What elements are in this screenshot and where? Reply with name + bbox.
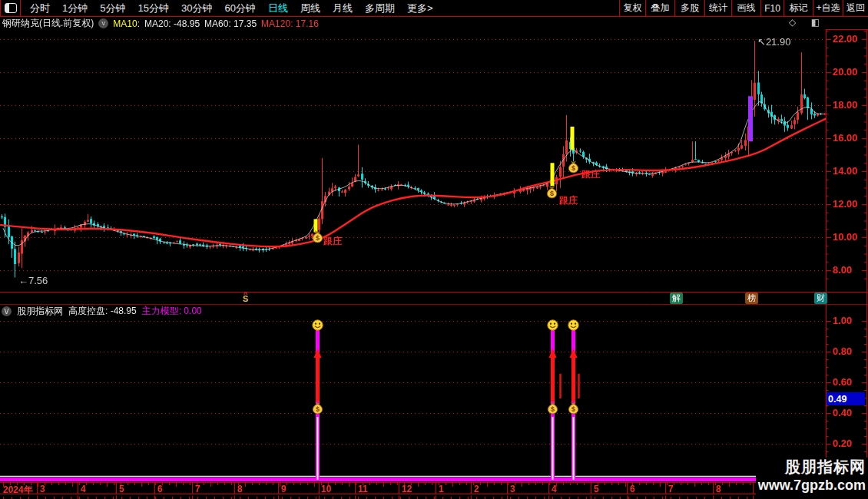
ma-label-1: MA20: -48.95 bbox=[144, 18, 200, 29]
indicator-axis-label: 0.40 bbox=[833, 407, 852, 418]
toolbar-action-4[interactable]: 画线 bbox=[731, 0, 760, 17]
price-axis-label: 22.00 bbox=[833, 33, 858, 45]
smiley-icon bbox=[547, 319, 558, 334]
x-axis-month-label: 11 bbox=[358, 484, 368, 494]
x-axis-month-label: 2024年 bbox=[3, 484, 33, 497]
indicator-axis-label: 0.80 bbox=[833, 345, 852, 357]
money-bag-icon: $ bbox=[567, 402, 580, 418]
period-tab-8[interactable]: 月线 bbox=[333, 2, 353, 15]
stock-title: 钢研纳克(日线.前复权) bbox=[2, 17, 94, 30]
price-annotation: ↖21.90 bbox=[757, 36, 790, 48]
svg-text:$: $ bbox=[550, 189, 554, 197]
svg-text:$: $ bbox=[571, 405, 575, 413]
period-tab-5[interactable]: 60分钟 bbox=[224, 2, 255, 15]
money-bag-icon: $ bbox=[567, 160, 580, 177]
toolbar-action-5[interactable]: F10 bbox=[760, 0, 784, 17]
indicator-source: 股朋指标网 bbox=[17, 305, 63, 318]
divider-badge-1[interactable]: 榜 bbox=[745, 292, 758, 304]
indicator-field-kongpan: 高度控盘: -48.95 bbox=[68, 305, 137, 318]
toolbar-action-6[interactable]: 标记 bbox=[784, 0, 813, 17]
x-axis-month-label: 12 bbox=[402, 484, 412, 494]
chevron-down-icon[interactable]: v bbox=[2, 306, 12, 316]
x-axis-month-label: 10 bbox=[321, 484, 331, 494]
period-tab-2[interactable]: 5分钟 bbox=[100, 2, 125, 15]
period-tab-6[interactable]: 日线 bbox=[268, 2, 288, 15]
x-axis-month-label: 2 bbox=[474, 484, 479, 494]
toolbar-action-8[interactable]: 返回 bbox=[843, 0, 868, 17]
price-axis-label: 10.00 bbox=[833, 231, 858, 243]
svg-text:$: $ bbox=[316, 234, 320, 242]
divider-badge-2[interactable]: 财 bbox=[814, 292, 827, 304]
indicator-axis-label: 0.20 bbox=[833, 438, 852, 449]
toolbar-action-7[interactable]: +自选 bbox=[813, 0, 843, 17]
x-axis-month-label: 6 bbox=[157, 484, 163, 494]
x-axis-month-label: 5 bbox=[119, 484, 124, 494]
period-tab-3[interactable]: 15分钟 bbox=[137, 2, 168, 15]
x-axis-month-label: 6 bbox=[630, 484, 635, 494]
period-tabs: 分时1分钟5分钟15分钟30分钟60分钟日线周线月线多周期更多> bbox=[21, 2, 619, 15]
genzhuang-label: 跟庄 bbox=[559, 194, 578, 207]
genzhuang-label: 跟庄 bbox=[323, 235, 342, 248]
indicator-axis-label: 0.60 bbox=[833, 376, 852, 388]
svg-text:$: $ bbox=[551, 405, 555, 413]
ma-label-0: MA10: bbox=[113, 18, 140, 29]
x-axis-month-label: 7 bbox=[195, 484, 200, 494]
panel-toggle-icon[interactable] bbox=[1, 0, 21, 16]
watermark-name: 股朋指标网 bbox=[756, 458, 866, 476]
x-axis-month-label: 9 bbox=[281, 484, 287, 494]
money-bag-icon: $ bbox=[311, 230, 324, 246]
indicator-axis-label: 1.00 bbox=[833, 315, 852, 326]
x-axis-month-label: 5 bbox=[594, 484, 599, 494]
price-axis-label: 20.00 bbox=[833, 66, 858, 78]
title-row: 钢研纳克(日线.前复权) v MA10:MA20: -48.95MA60: 17… bbox=[0, 17, 868, 29]
top-toolbar: 分时1分钟5分钟15分钟30分钟60分钟日线周线月线多周期更多> 复权叠加多股统… bbox=[0, 0, 868, 17]
watermark-url: www.7gpzb.com bbox=[756, 476, 866, 494]
title-right-icons[interactable]: ◇ ◧ bbox=[789, 17, 826, 28]
toolbar-action-2[interactable]: 多股 bbox=[674, 0, 704, 17]
x-axis-month-label: 3 bbox=[40, 484, 45, 494]
site-watermark: 股朋指标网 www.7gpzb.com bbox=[756, 458, 868, 499]
x-axis-month-label: 8 bbox=[237, 484, 243, 494]
chevron-down-icon[interactable]: v bbox=[98, 18, 108, 28]
current-value-label: 0.49 bbox=[827, 394, 846, 405]
x-axis-month-label: 8 bbox=[716, 484, 721, 494]
chart-canvas[interactable] bbox=[0, 0, 868, 499]
svg-text:$: $ bbox=[571, 164, 575, 171]
period-tab-9[interactable]: 多周期 bbox=[365, 2, 395, 15]
ma-label-3: MA120: 17.16 bbox=[261, 18, 319, 29]
toolbar-action-0[interactable]: 复权 bbox=[619, 0, 645, 17]
period-tab-10[interactable]: 更多> bbox=[407, 2, 433, 15]
smiley-icon bbox=[312, 319, 323, 334]
current-value-box: 0.49 bbox=[827, 392, 865, 405]
price-axis-label: 14.00 bbox=[833, 165, 858, 177]
event-marker-symbol[interactable]: S bbox=[243, 294, 248, 303]
svg-text:$: $ bbox=[316, 405, 320, 413]
ma-values: MA10:MA20: -48.95MA60: 17.35MA120: 17.16 bbox=[113, 16, 323, 30]
money-bag-icon: $ bbox=[546, 402, 559, 418]
ma-label-2: MA60: 17.35 bbox=[204, 18, 257, 29]
x-axis-month-label: 4 bbox=[81, 484, 86, 494]
x-axis-month-label: 7 bbox=[668, 484, 674, 494]
price-axis-label: 8.00 bbox=[833, 264, 852, 276]
toolbar-action-3[interactable]: 统计 bbox=[704, 0, 731, 17]
toolbar-actions: 复权叠加多股统计画线F10标记+自选返回 bbox=[619, 0, 868, 17]
price-axis-label: 16.00 bbox=[833, 132, 858, 144]
x-axis-month-label: 1 bbox=[439, 484, 444, 494]
period-tab-1[interactable]: 1分钟 bbox=[62, 2, 88, 15]
x-axis-month-label: 4 bbox=[552, 484, 557, 494]
money-bag-icon: $ bbox=[545, 186, 558, 202]
toolbar-action-1[interactable]: 叠加 bbox=[645, 0, 674, 17]
price-axis-label: 18.00 bbox=[833, 99, 858, 111]
x-axis-month-label: 3 bbox=[510, 484, 515, 494]
price-axis-label: 12.00 bbox=[833, 198, 858, 210]
divider-badge-0[interactable]: 解 bbox=[670, 292, 683, 304]
period-tab-4[interactable]: 30分钟 bbox=[181, 2, 212, 15]
smiley-icon bbox=[568, 319, 579, 334]
period-tab-0[interactable]: 分时 bbox=[30, 2, 50, 15]
genzhuang-label: 跟庄 bbox=[581, 168, 600, 181]
price-annotation: ←7.56 bbox=[18, 275, 48, 286]
indicator-header: v 股朋指标网 高度控盘: -48.95 主力模型: 0.00 bbox=[2, 306, 202, 316]
indicator-field-zhuli: 主力模型: 0.00 bbox=[142, 305, 202, 318]
period-tab-7[interactable]: 周线 bbox=[300, 2, 320, 15]
money-bag-icon: $ bbox=[311, 402, 324, 418]
